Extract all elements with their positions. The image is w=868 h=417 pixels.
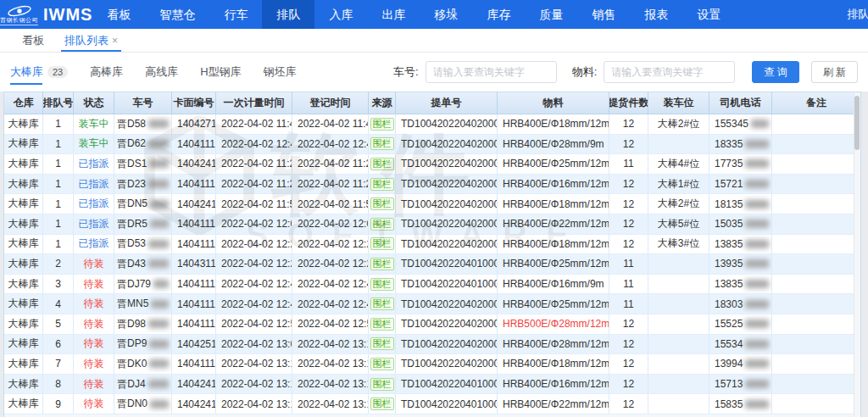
cell-driver_phone: 13935 <box>709 254 772 274</box>
redacted-plate-blur <box>149 159 169 168</box>
table-header-row: 仓库排队号状态车号卡面编号一次计量时间登记时间来源提单号物料提货件数装车位司机电… <box>4 92 860 114</box>
cell-plate: 晋D53 <box>114 235 172 254</box>
material-text: HRB400E/Φ18mm/12m <box>503 238 609 250</box>
cell-bill_no: TD10042022040200005319 <box>396 354 498 374</box>
nav-item-出库[interactable]: 出库 <box>367 0 420 29</box>
cell-load_position: 大棒4#位 <box>648 154 709 174</box>
table-row[interactable]: 大棒库2待装晋D43140431192022-04-02 12:242022-0… <box>4 254 860 275</box>
column-header-warehouse: 仓库 <box>4 92 43 114</box>
cell-bill_no: TD10042022040200005319 <box>396 135 498 154</box>
table-row[interactable]: 大棒库1装车中晋D62140411192022-04-02 12:462022-… <box>4 135 860 155</box>
cell-plate: 晋DS1 <box>114 154 172 174</box>
cell-source: 围栏 <box>369 114 396 134</box>
table-row[interactable]: 大棒库4待装晋MN5140411192022-04-02 12:492022-0… <box>4 294 860 314</box>
nav-item-入库[interactable]: 入库 <box>314 0 367 29</box>
cell-pick_count: 11 <box>609 254 648 274</box>
table-row[interactable]: 大棒库1装车中晋D58140427192022-04-02 11:432022-… <box>4 114 860 135</box>
cell-status: 待装 <box>74 375 114 394</box>
cell-plate: 晋D58 <box>114 114 172 134</box>
close-icon[interactable]: × <box>112 35 118 47</box>
cell-status: 待装 <box>74 354 114 374</box>
table-row[interactable]: 大棒库3待装晋DJ79140411192022-04-02 12:412022-… <box>4 275 860 295</box>
redacted-phone-blur <box>745 280 769 288</box>
redacted-plate-blur <box>148 180 169 188</box>
top-navbar: 首钢长钢公司 IWMS 看板智慧仓行车排队入库出库移垛库存质量销售报表设置 排队… <box>0 0 868 29</box>
nav-item-排队[interactable]: 排队 <box>262 0 314 29</box>
cell-pick_count: 12 <box>609 135 648 154</box>
table-row[interactable]: 大棒库6待装晋DP9140425192022-04-02 13:092022-0… <box>4 335 860 355</box>
redacted-plate-blur <box>148 259 169 268</box>
vertical-scrollbar[interactable] <box>854 92 860 417</box>
table-row[interactable]: 大棒库1已指派晋D23140411192022-04-02 11:282022-… <box>4 175 860 195</box>
nav-item-移垛[interactable]: 移垛 <box>420 0 472 29</box>
refresh-button[interactable]: 刷 新 <box>811 61 858 83</box>
table-row[interactable]: 大棒库9待装晋DN0140424192022-04-02 13:182022-0… <box>4 394 860 414</box>
status-badge: 已指派 <box>79 197 109 211</box>
nav-item-设置[interactable]: 设置 <box>682 0 735 29</box>
warehouse-tab-高线库[interactable]: 高线库 <box>145 61 178 83</box>
nav-item-智慧仓[interactable]: 智慧仓 <box>145 0 209 29</box>
nav-item-看板[interactable]: 看板 <box>92 0 145 29</box>
cell-warehouse: 大棒库 <box>4 135 43 154</box>
vehicle-filter-input[interactable] <box>426 61 557 83</box>
table-row[interactable]: 大棒库1已指派晋D53140411192022-04-02 12:212022-… <box>4 235 860 255</box>
table-row[interactable]: 大棒库8待装晋DJ4140424192022-04-02 13:152022-0… <box>4 375 860 395</box>
nav-item-销售[interactable]: 销售 <box>577 0 630 29</box>
cell-plate: 晋D43 <box>114 254 172 274</box>
table-body: 大棒库1装车中晋D58140427192022-04-02 11:432022-… <box>4 114 860 414</box>
material-text: HRB400E/Φ16mm/12m <box>503 178 609 190</box>
cell-status: 待装 <box>74 254 114 274</box>
cell-material: HRB400E/Φ28mm/9m <box>498 135 609 154</box>
source-badge: 围栏 <box>370 237 394 250</box>
table-row[interactable]: 大棒库1已指派晋DR5140411192022-04-02 12:022022-… <box>4 214 860 235</box>
cell-pick_count: 12 <box>609 375 648 394</box>
source-badge: 围栏 <box>370 278 394 291</box>
filter-area: 车号: 物料: 查 询 刷 新 <box>385 61 858 83</box>
cell-material: HRB400E/Φ18mm/12m <box>498 194 609 214</box>
cell-bill_no: TD10042022040100005315 <box>396 254 498 274</box>
table-row[interactable]: 大棒库5待装晋D98140411192022-04-02 12:502022-0… <box>4 314 860 335</box>
cell-card_no: 14041119 <box>172 135 216 154</box>
query-button[interactable]: 查 询 <box>752 61 798 83</box>
table-row[interactable]: 大棒库1已指派晋DN5140424192022-04-02 11:532022-… <box>4 194 860 214</box>
cell-warehouse: 大棒库 <box>4 314 43 334</box>
table-row[interactable]: 大棒库7待装晋DK0140411192022-04-02 13:112022-0… <box>4 354 860 375</box>
nav-item-行车[interactable]: 行车 <box>209 0 262 29</box>
cell-warehouse: 大棒库 <box>4 394 43 414</box>
table-row[interactable]: 大棒库1已指派晋DS1140424192022-04-02 11:262022-… <box>4 154 860 175</box>
cell-card_no: 14042419 <box>172 154 216 174</box>
cell-card_no: 14042719 <box>172 114 216 134</box>
nav-item-库存[interactable]: 库存 <box>472 0 525 29</box>
cell-bill_no: TD10042022040100005315 <box>396 394 498 414</box>
nav-item-报表[interactable]: 报表 <box>630 0 682 29</box>
cell-status: 已指派 <box>74 154 114 174</box>
warehouse-tab-大棒库[interactable]: 大棒库23 <box>10 61 68 83</box>
status-badge: 待装 <box>84 317 104 331</box>
user-menu[interactable]: 排队列表 | 甲班 | 管理员 ▾ <box>847 7 868 22</box>
cell-load_position <box>648 135 709 154</box>
cell-remark <box>772 175 860 194</box>
scrollbar-thumb[interactable] <box>854 96 860 150</box>
warehouse-tab-高棒库[interactable]: 高棒库 <box>90 61 123 83</box>
cell-load_position <box>648 275 709 294</box>
cell-status: 已指派 <box>74 235 114 254</box>
nav-item-质量[interactable]: 质量 <box>525 0 577 29</box>
cell-material: HRB400E/Φ18mm/12m <box>498 114 609 134</box>
cell-plate: 晋DP9 <box>114 335 172 354</box>
warehouse-tab-H型钢库[interactable]: H型钢库 <box>200 61 241 83</box>
cell-plate: 晋DJ4 <box>114 375 172 394</box>
material-filter-label: 物料: <box>572 64 598 80</box>
cell-card_no: 14041119 <box>172 235 216 254</box>
warehouse-tab-钢坯库[interactable]: 钢坯库 <box>264 61 297 83</box>
cell-bill_no: TD10042022040100005318 <box>396 375 498 394</box>
cell-pick_count: 12 <box>609 175 648 194</box>
column-header-status: 状态 <box>74 92 114 114</box>
tab-排队列表[interactable]: 排队列表× <box>54 29 128 52</box>
cell-load_position: 大棒3#位 <box>648 235 709 254</box>
cell-driver_phone: 15525 <box>709 314 772 334</box>
cell-source: 围栏 <box>369 335 396 354</box>
tab-看板[interactable]: 看板 <box>12 29 54 52</box>
cell-queue_no: 1 <box>43 214 74 234</box>
material-text: HRB400E/Φ28mm/9m <box>503 138 604 150</box>
material-filter-input[interactable] <box>604 61 735 83</box>
